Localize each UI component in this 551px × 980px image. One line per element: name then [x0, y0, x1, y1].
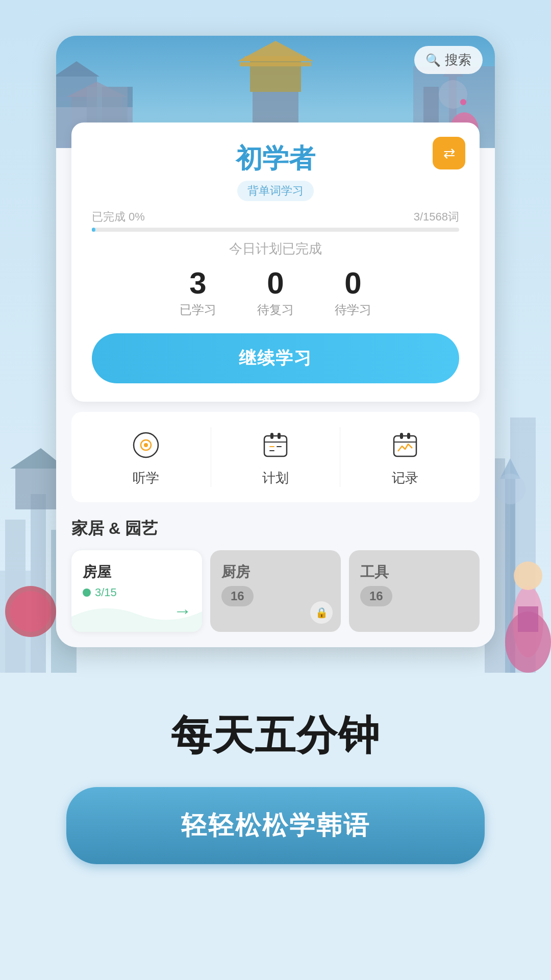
listening-icon	[128, 427, 164, 463]
plan-icon	[258, 427, 293, 463]
progress-section: 已完成 0% 3/1568词	[92, 209, 459, 232]
svg-rect-43	[278, 433, 281, 439]
svg-point-37	[460, 99, 466, 105]
badge-dot	[83, 589, 91, 597]
tool-plan-label: 计划	[262, 469, 289, 487]
continue-study-button[interactable]: 继续学习	[92, 333, 459, 383]
svg-point-14	[514, 561, 542, 590]
progress-completed-label: 已完成 0%	[92, 209, 145, 225]
stat-review-num: 0	[267, 268, 284, 299]
stat-pending: 0 待学习	[335, 268, 371, 318]
tool-record[interactable]: 记录	[340, 427, 469, 487]
svg-rect-41	[264, 436, 287, 456]
exchange-icon: ⇄	[443, 145, 455, 162]
stat-review: 0 待复习	[257, 268, 294, 318]
stat-pending-label: 待学习	[335, 302, 371, 318]
svg-rect-42	[270, 433, 273, 439]
cta-label: 轻轻松松学韩语	[181, 811, 370, 840]
tool-record-label: 记录	[392, 469, 418, 487]
svg-rect-46	[277, 446, 282, 447]
house-card-arrow: →	[173, 600, 192, 622]
progress-bar-bg	[92, 228, 459, 232]
search-label: 搜索	[445, 51, 471, 69]
study-card-subtitle-wrap: 背单词学习	[92, 181, 459, 201]
continue-btn-label: 继续学习	[239, 348, 312, 368]
category-title: 家居 & 园艺	[71, 518, 480, 540]
study-card-subtitle: 背单词学习	[237, 181, 314, 201]
svg-rect-21	[240, 62, 311, 66]
tools-row: 听学	[71, 412, 480, 502]
main-content: ⇄ 初学者 背单词学习 已完成 0% 3/1568词	[56, 122, 495, 647]
progress-bar-fill	[92, 228, 95, 232]
record-icon	[387, 427, 423, 463]
svg-rect-16	[518, 606, 538, 632]
cat-card-kitchen-title: 厨房	[221, 562, 330, 582]
tool-listening[interactable]: 听学	[82, 427, 211, 487]
bottom-title: 每天五分钟	[171, 708, 380, 764]
cat-card-tools-count: 16	[360, 586, 392, 606]
cat-card-house-title: 房屋	[83, 562, 191, 582]
search-icon: 🔍	[425, 53, 441, 67]
stat-pending-num: 0	[344, 268, 361, 299]
progress-labels: 已完成 0% 3/1568词	[92, 209, 459, 225]
category-cards: 房屋 3/15 →	[71, 550, 480, 632]
svg-rect-45	[269, 446, 274, 447]
app-mockup: 🔍 搜索 ⇄ 初学者 背单词学习	[56, 36, 495, 647]
search-button[interactable]: 🔍 搜索	[414, 46, 483, 74]
svg-rect-50	[407, 433, 410, 439]
svg-rect-47	[269, 450, 274, 451]
svg-point-5	[10, 591, 51, 632]
svg-rect-49	[400, 433, 403, 439]
svg-rect-48	[394, 436, 416, 456]
cat-card-kitchen-count: 16	[221, 586, 254, 606]
category-section: 家居 & 园艺 房屋 3/15	[71, 518, 480, 632]
stat-learned-label: 已学习	[180, 302, 216, 318]
study-card: ⇄ 初学者 背单词学习 已完成 0% 3/1568词	[71, 122, 480, 402]
bottom-section: 每天五分钟 轻轻松松学韩语	[0, 673, 551, 915]
study-card-title: 初学者	[92, 141, 459, 177]
stat-review-label: 待复习	[257, 302, 294, 318]
tool-plan[interactable]: 计划	[211, 427, 341, 487]
stat-learned: 3 已学习	[180, 268, 216, 318]
svg-rect-1	[31, 494, 46, 673]
kitchen-lock-icon: 🔒	[310, 601, 333, 624]
svg-point-40	[144, 443, 148, 447]
cat-card-tools[interactable]: 工具 16	[349, 550, 480, 632]
plan-status: 今日计划已完成	[92, 240, 459, 258]
tool-listening-label: 听学	[133, 469, 159, 487]
cat-card-tools-title: 工具	[360, 562, 468, 582]
progress-total-label: 3/1568词	[414, 209, 459, 225]
stats-row: 3 已学习 0 待复习 0 待学习	[92, 268, 459, 318]
svg-point-12	[495, 474, 525, 504]
stat-learned-num: 3	[189, 268, 206, 299]
cat-card-kitchen[interactable]: 厨房 16 🔒	[210, 550, 341, 632]
exchange-icon-btn[interactable]: ⇄	[433, 137, 465, 169]
cat-card-house[interactable]: 房屋 3/15 →	[71, 550, 202, 632]
cta-button[interactable]: 轻轻松松学韩语	[66, 787, 485, 864]
